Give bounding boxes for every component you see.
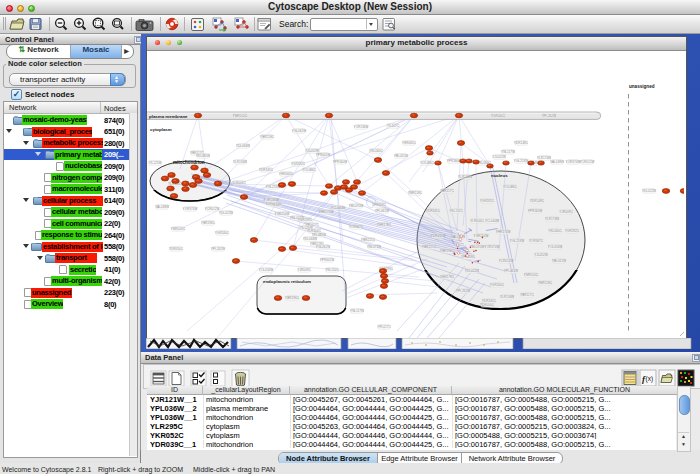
svg-text:YDL066W: YDL066W [303,237,317,241]
svg-text:unassigned: unassigned [629,84,655,89]
svg-text:YKL152C: YKL152C [325,268,339,272]
svg-text:cytoplasm: cytoplasm [150,127,172,132]
svg-text:YPR160W: YPR160W [333,160,348,164]
svg-text:YOR136W: YOR136W [264,198,279,202]
svg-text:YBR117C: YBR117C [440,189,454,193]
svg-text:YDR148C: YDR148C [530,199,545,203]
svg-text:YBR196C: YBR196C [440,249,455,253]
svg-text:YML070W: YML070W [349,204,364,208]
svg-text:YKL060C: YKL060C [369,149,383,153]
svg-text:YBR117C: YBR117C [520,293,534,297]
svg-text:YLR044C: YLR044C [232,181,246,185]
svg-text:YOL056W: YOL056W [259,268,273,272]
svg-text:YIL107C: YIL107C [387,124,400,128]
svg-text:YCR012W: YCR012W [205,207,220,211]
svg-text:YER178C: YER178C [440,275,455,279]
svg-text:YPL017C: YPL017C [377,325,391,329]
svg-text:YKL085W: YKL085W [196,154,210,158]
svg-text:YJR009C: YJR009C [559,210,573,214]
svg-text:YGL062W: YGL062W [316,245,330,249]
svg-text:YDR345C: YDR345C [426,209,441,213]
svg-text:YAL038W: YAL038W [155,205,169,209]
svg-text:YDL022W: YDL022W [642,189,656,193]
svg-text:YDR148C: YDR148C [514,141,529,145]
svg-text:YKL060C: YKL060C [548,229,562,233]
svg-text:YGR240C: YGR240C [490,283,505,287]
svg-text:YGL062W: YGL062W [292,129,306,133]
svg-text:YMR118C: YMR118C [408,191,423,195]
svg-text:YAL038W: YAL038W [550,160,564,164]
svg-text:YOR374W: YOR374W [485,245,500,249]
svg-text:YDR345C: YDR345C [259,168,274,172]
svg-text:YPR160W: YPR160W [528,209,543,213]
svg-text:YNL117W: YNL117W [501,150,515,154]
svg-text:YCR012W: YCR012W [580,160,595,164]
svg-text:YPR001W: YPR001W [316,153,331,157]
svg-text:YNL117W: YNL117W [350,309,364,313]
svg-text:YOR136W: YOR136W [354,125,369,129]
svg-text:YGR254W: YGR254W [474,234,489,238]
svg-text:YJR009C: YJR009C [297,268,311,272]
svg-text:YER065C: YER065C [279,172,294,176]
svg-text:YHR174W: YHR174W [496,230,511,234]
svg-text:YBL015W: YBL015W [552,259,566,263]
svg-text:YGR240C: YGR240C [215,231,230,235]
svg-text:YMR118C: YMR118C [538,281,553,285]
svg-text:nucleus: nucleus [491,173,508,178]
svg-text:YOR347C: YOR347C [529,239,544,243]
svg-text:YBR196C: YBR196C [201,221,216,225]
svg-text:YGR192C: YGR192C [480,199,495,203]
svg-text:mitochondrion: mitochondrion [173,160,205,165]
svg-text:YOL086C: YOL086C [302,168,316,172]
svg-text:YPL262W: YPL262W [456,289,470,293]
svg-text:YCL040W: YCL040W [485,219,499,223]
svg-text:YCR012W: YCR012W [499,259,514,263]
svg-text:YIL125W: YIL125W [149,161,162,165]
svg-text:YGR192C: YGR192C [291,162,306,166]
svg-text:YMR105C: YMR105C [233,114,248,118]
svg-text:YGL253W: YGL253W [514,159,528,163]
svg-text:YDL022W: YDL022W [465,269,479,273]
svg-text:YLR174W: YLR174W [545,217,559,221]
svg-text:YMR105C: YMR105C [171,227,186,231]
svg-text:YGR240C: YGR240C [491,114,506,118]
svg-text:YGR192C: YGR192C [565,229,580,233]
svg-text:YER178C: YER178C [377,223,392,227]
svg-text:YCL040W: YCL040W [331,206,345,210]
svg-text:YER065C: YER065C [402,141,417,145]
svg-text:YOR347C: YOR347C [349,225,364,229]
svg-text:YNL071W: YNL071W [367,245,381,249]
svg-text:YDR050C: YDR050C [480,303,495,307]
svg-text:YPL262W: YPL262W [211,247,225,251]
svg-text:YPR001W: YPR001W [320,258,335,262]
svg-text:endoplasmic reticulum: endoplasmic reticulum [263,279,311,284]
svg-text:YDL066W: YDL066W [236,144,250,148]
svg-text:YIL107C: YIL107C [271,203,284,207]
svg-text:YDL022W: YDL022W [219,211,233,215]
svg-text:YDR050C: YDR050C [169,247,184,251]
svg-text:YDR345C: YDR345C [482,299,497,303]
svg-text:YHR174W: YHR174W [319,210,334,214]
svg-text:YOL086C: YOL086C [503,185,517,189]
svg-text:YGL253W: YGL253W [266,185,280,189]
svg-text:YJL052W: YJL052W [492,155,505,159]
svg-text:YPL262W: YPL262W [542,114,556,118]
svg-text:YJL052W: YJL052W [534,253,547,257]
svg-text:YBL015W: YBL015W [394,154,408,158]
svg-text:YBR221C: YBR221C [422,245,437,249]
svg-text:YBR221C: YBR221C [361,238,376,242]
svg-text:YKL152C: YKL152C [449,209,463,213]
svg-text:YLR134W: YLR134W [458,175,472,179]
svg-text:YBR218C: YBR218C [260,135,275,139]
svg-text:plasma membrane: plasma membrane [149,114,188,119]
svg-text:YMR105C: YMR105C [524,273,539,277]
svg-text:YOL086C: YOL086C [420,161,434,165]
svg-text:YOR374W: YOR374W [566,160,581,164]
svg-text:YPL061W: YPL061W [375,209,389,213]
svg-text:YLR044C: YLR044C [470,219,484,223]
svg-text:(x): (x) [646,375,654,383]
svg-text:YGL253W: YGL253W [510,239,524,243]
svg-text:YOL056W: YOL056W [548,245,562,249]
svg-text:YGR193C: YGR193C [298,218,313,222]
svg-text:YGR254W: YGR254W [275,212,290,216]
